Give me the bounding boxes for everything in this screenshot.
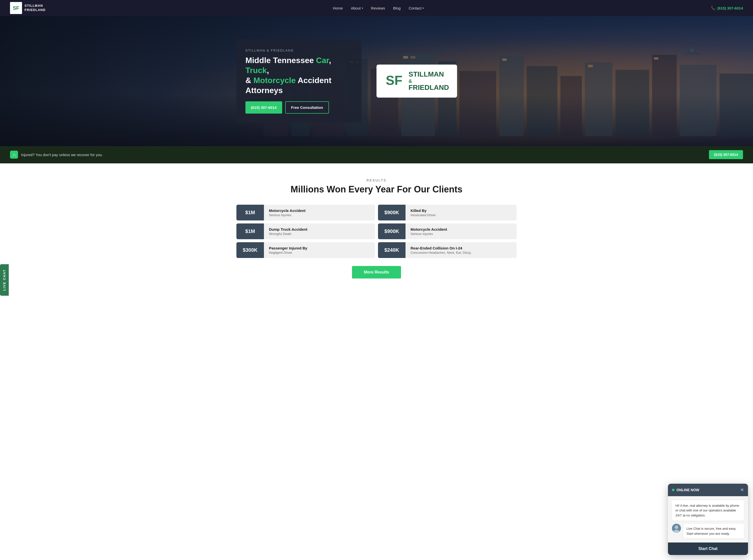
hero-truck: Truck <box>245 66 267 75</box>
hero-text-box: STILLMAN & FRIEDLAND Middle Tennessee Ca… <box>237 40 362 123</box>
hero-title: Middle Tennessee Car, Truck, & Motorcycl… <box>245 55 352 95</box>
svg-rect-12 <box>615 70 649 136</box>
chevron-down-icon: ▾ <box>362 7 363 9</box>
svg-rect-11 <box>585 62 612 136</box>
result-row: $240K Rear-Ended Collision On I-24 Concu… <box>378 242 516 258</box>
logo-name-line2: FRIEDLAND <box>24 8 45 12</box>
result-row: $900K Killed By Intoxicated Driver <box>378 205 516 220</box>
nav-link-contact[interactable]: Contact ▾ <box>408 6 424 10</box>
result-info: Rear-Ended Collision On I-24 Concussion-… <box>406 243 516 258</box>
result-amount: $240K <box>378 242 406 258</box>
result-amount: $1M <box>237 223 264 239</box>
result-row: $1M Dump Truck Accident Wrongful Death <box>237 223 375 239</box>
nav-logo[interactable]: SF STILLMAN FRIEDLAND <box>10 2 45 14</box>
svg-rect-13 <box>652 55 676 136</box>
sf-brand-amp: & <box>408 78 449 84</box>
alert-phone-button[interactable]: (615) 307-6014 <box>709 150 743 159</box>
svg-text:SF: SF <box>386 73 402 87</box>
result-type: Passenger Injured By <box>269 246 370 250</box>
result-sub: Serious Injuries <box>410 232 512 236</box>
nav-link-reviews[interactable]: Reviews <box>371 6 385 10</box>
result-sub: Concussion-Headaches, Neck, Ear, Dizzy, <box>410 251 512 255</box>
nav-link-blog[interactable]: Blog <box>393 6 401 10</box>
result-info: Motorcycle Accident Serious Injuries <box>406 224 516 239</box>
sf-brand-line1: STILLMAN <box>408 71 449 78</box>
results-label: RESULTS <box>237 178 516 182</box>
logo-icon: SF <box>10 2 22 14</box>
nav-links: Home About ▾ Reviews Blog Contact ▾ <box>333 6 424 10</box>
free-consultation-button[interactable]: Free Consultation <box>285 101 329 114</box>
sf-logo-mark: SF <box>385 71 405 91</box>
chevron-down-icon: ▾ <box>423 7 424 9</box>
result-amount: $900K <box>378 223 406 239</box>
result-type: Motorcycle Accident <box>269 208 370 213</box>
results-right-col: $900K Killed By Intoxicated Driver $900K… <box>378 205 516 258</box>
results-section: RESULTS Millions Won Every Year For Our … <box>226 163 527 288</box>
result-type: Killed By <box>410 208 512 213</box>
result-sub: Wrongful Death <box>269 232 370 236</box>
result-row: $1M Motorcycle Accident Serious Injuries <box>237 205 375 220</box>
hero-content: STILLMAN & FRIEDLAND Middle Tennessee Ca… <box>226 16 527 146</box>
hero-logo-box: SF STILLMAN & FRIEDLAND <box>376 64 457 98</box>
result-amount: $1M <box>237 205 264 220</box>
live-chat-label: LIVE CHAT <box>2 269 6 288</box>
svg-rect-21 <box>588 65 593 67</box>
hero-buttons: (615) 307-6014 Free Consultation <box>245 101 352 114</box>
alert-left: ⚠ Injured? You don't pay unless we recov… <box>10 151 103 159</box>
result-info: Passenger Injured By Negligent Driver <box>264 243 375 258</box>
svg-rect-14 <box>680 65 716 136</box>
svg-rect-15 <box>719 74 753 136</box>
nav-phone[interactable]: 📞 (615) 307-6014 <box>711 6 743 10</box>
logo-name-line1: STILLMAN <box>24 4 45 8</box>
sf-brand-line2: FRIEDLAND <box>408 84 449 92</box>
results-grid: $1M Motorcycle Accident Serious Injuries… <box>237 205 516 258</box>
results-title: Millions Won Every Year For Our Clients <box>237 184 516 195</box>
result-amount: $900K <box>378 205 406 220</box>
navbar: SF STILLMAN FRIEDLAND Home About ▾ Revie… <box>0 0 753 16</box>
alert-bar: ⚠ Injured? You don't pay unless we recov… <box>0 146 753 163</box>
alert-text: Injured? You don't pay unless we recover… <box>21 153 103 157</box>
hero-brand: STILLMAN & FRIEDLAND <box>245 48 352 52</box>
more-results-button[interactable]: More Results <box>352 266 401 279</box>
svg-rect-9 <box>527 66 557 136</box>
logo-text: STILLMAN FRIEDLAND <box>24 4 45 12</box>
result-type: Motorcycle Accident <box>410 227 512 232</box>
result-info: Motorcycle Accident Serious Injuries <box>264 205 375 220</box>
result-sub: Serious Injuries <box>269 213 370 217</box>
result-row: $900K Motorcycle Accident Serious Injuri… <box>378 223 516 239</box>
result-info: Killed By Intoxicated Driver <box>406 205 516 220</box>
result-sub: Intoxicated Driver <box>410 213 512 217</box>
result-amount: $300K <box>237 242 264 258</box>
result-type: Dump Truck Accident <box>269 227 370 232</box>
result-sub: Negligent Driver <box>269 251 370 255</box>
hero-section: STILLMAN & FRIEDLAND Middle Tennessee Ca… <box>0 16 753 146</box>
svg-rect-22 <box>654 57 658 60</box>
nav-link-home[interactable]: Home <box>333 6 343 10</box>
svg-rect-10 <box>561 76 582 136</box>
live-chat-tab[interactable]: LIVE CHAT <box>0 264 9 288</box>
phone-icon: 📞 <box>711 6 716 10</box>
result-info: Dump Truck Accident Wrongful Death <box>264 224 375 239</box>
nav-link-about[interactable]: About ▾ <box>351 6 363 10</box>
result-row: $300K Passenger Injured By Negligent Dri… <box>237 242 375 258</box>
hero-car: Car <box>316 56 329 65</box>
phone-button[interactable]: (615) 307-6014 <box>245 101 282 114</box>
hero-motorcycle: Motorcycle <box>253 76 296 85</box>
sf-brand-text: STILLMAN & FRIEDLAND <box>408 71 449 92</box>
alert-icon: ⚠ <box>10 151 18 159</box>
results-left-col: $1M Motorcycle Accident Serious Injuries… <box>237 205 375 258</box>
svg-rect-24 <box>690 48 694 52</box>
result-type: Rear-Ended Collision On I-24 <box>410 246 512 250</box>
